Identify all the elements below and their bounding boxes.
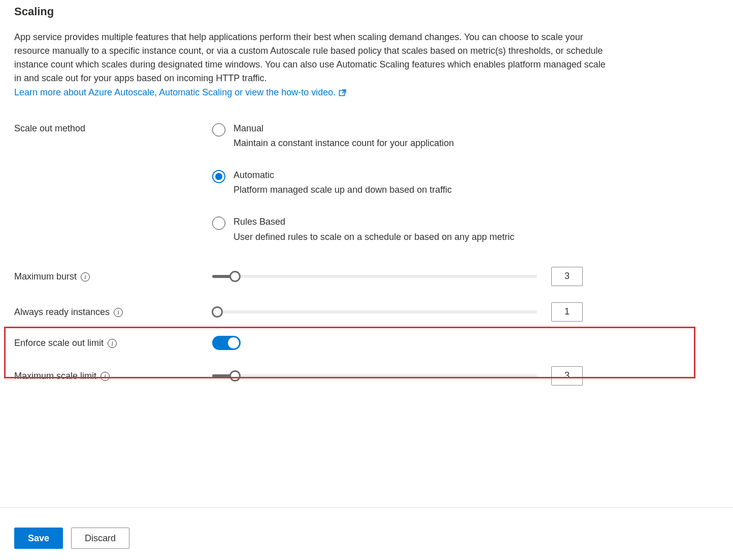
slider-fill bbox=[212, 275, 231, 278]
toggle-knob bbox=[228, 337, 239, 348]
maximum-scale-limit-value[interactable]: 3 bbox=[551, 366, 583, 386]
radio-desc: User defined rules to scale on a schedul… bbox=[234, 232, 514, 242]
learn-more-link[interactable]: Learn more about Azure Autoscale, Automa… bbox=[14, 87, 347, 98]
maximum-scale-limit-row: Maximum scale limit i 3 bbox=[14, 366, 719, 386]
enforce-scale-out-limit-row: Enforce scale out limit i bbox=[14, 336, 719, 350]
radio-title: Manual bbox=[234, 122, 454, 135]
info-icon[interactable]: i bbox=[108, 339, 117, 348]
scaling-description: App service provides multiple features t… bbox=[14, 30, 608, 85]
slider-fill bbox=[212, 374, 231, 377]
radio-option-manual[interactable]: Manual Maintain a constant instance coun… bbox=[212, 122, 608, 149]
radio-automatic[interactable] bbox=[212, 170, 225, 183]
scale-out-method-options: Manual Maintain a constant instance coun… bbox=[212, 122, 608, 242]
info-icon[interactable]: i bbox=[114, 308, 123, 317]
maximum-burst-label: Maximum burst bbox=[14, 271, 77, 282]
label-text: Scale out method bbox=[14, 123, 85, 134]
always-ready-instances-value[interactable]: 1 bbox=[551, 302, 583, 322]
radio-option-automatic[interactable]: Automatic Platform managed scale up and … bbox=[212, 169, 608, 195]
always-ready-instances-row: Always ready instances i 1 bbox=[14, 302, 719, 322]
radio-title: Automatic bbox=[234, 169, 452, 182]
external-link-icon bbox=[339, 89, 347, 97]
slider-thumb[interactable] bbox=[229, 370, 241, 381]
radio-title: Rules Based bbox=[234, 216, 514, 228]
scale-out-method-label: Scale out method bbox=[14, 122, 212, 134]
scale-out-method-row: Scale out method Manual Maintain a const… bbox=[14, 122, 719, 242]
separator bbox=[0, 507, 733, 508]
info-icon[interactable]: i bbox=[101, 372, 110, 381]
always-ready-instances-label: Always ready instances bbox=[14, 307, 110, 318]
always-ready-instances-slider[interactable]: 1 bbox=[212, 302, 608, 322]
maximum-burst-value[interactable]: 3 bbox=[551, 267, 583, 286]
enforce-scale-out-limit-label: Enforce scale out limit bbox=[14, 338, 104, 348]
radio-manual[interactable] bbox=[212, 123, 225, 136]
learn-more-text: Learn more about Azure Autoscale, Automa… bbox=[14, 87, 336, 98]
save-button[interactable]: Save bbox=[14, 528, 63, 549]
maximum-scale-limit-slider[interactable]: 3 bbox=[212, 366, 608, 386]
maximum-scale-limit-label: Maximum scale limit bbox=[14, 371, 96, 381]
maximum-burst-row: Maximum burst i 3 bbox=[14, 267, 719, 286]
section-title: Scaling bbox=[14, 5, 719, 18]
maximum-burst-slider[interactable]: 3 bbox=[212, 267, 608, 286]
enforce-scale-out-limit-toggle[interactable] bbox=[212, 336, 241, 350]
slider-thumb[interactable] bbox=[212, 306, 223, 318]
slider-track bbox=[212, 310, 537, 313]
slider-track bbox=[212, 374, 537, 377]
slider-thumb[interactable] bbox=[229, 271, 241, 282]
discard-button[interactable]: Discard bbox=[71, 528, 129, 549]
radio-option-rules-based[interactable]: Rules Based User defined rules to scale … bbox=[212, 216, 608, 242]
info-icon[interactable]: i bbox=[81, 272, 90, 282]
radio-desc: Platform managed scale up and down based… bbox=[234, 185, 452, 195]
radio-rules-based[interactable] bbox=[212, 217, 225, 230]
slider-track bbox=[212, 275, 537, 278]
radio-desc: Maintain a constant instance count for y… bbox=[234, 138, 454, 149]
